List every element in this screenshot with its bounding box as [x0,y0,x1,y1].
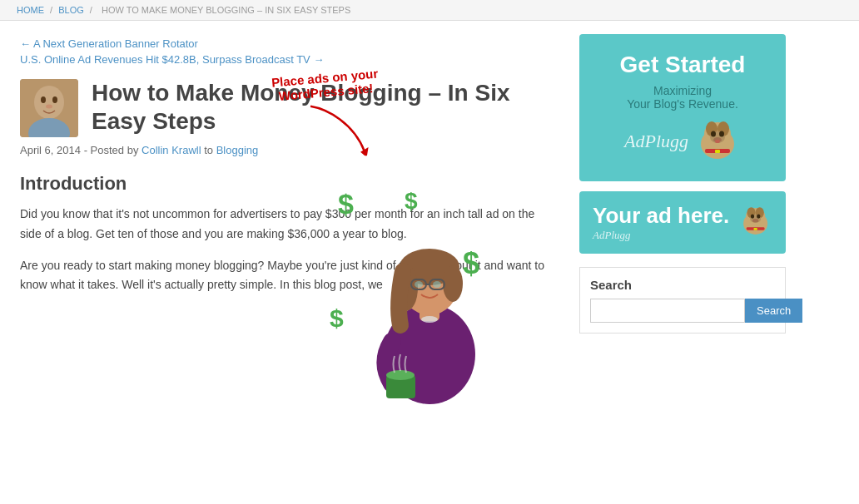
svg-point-38 [757,215,760,219]
svg-point-4 [41,96,46,103]
illustration-area: Did you know that it's not uncommon for … [20,205,546,307]
breadcrumb-bar: HOME / BLOG / HOW TO MAKE MONEY BLOGGING… [0,0,859,21]
search-section: Search Search [579,267,786,334]
prev-post-title: A Next Generation Banner Rotator [33,37,198,50]
ad-banner-2[interactable]: Your ad here. AdPlugg [579,191,786,254]
next-post-link[interactable]: U.S. Online Ad Revenues Hit $42.8B, Surp… [20,53,546,66]
breadcrumb-blog[interactable]: BLOG [58,5,84,15]
search-row: Search [590,299,775,323]
next-post-title: U.S. Online Ad Revenues Hit $42.8B, Surp… [20,53,310,66]
svg-point-6 [46,105,52,109]
ad-get-started-title: Get Started [620,51,746,79]
svg-rect-41 [753,228,757,230]
prev-arrow: ← [20,37,31,50]
breadcrumb-sep1: / [50,5,52,15]
svg-point-26 [711,131,716,136]
svg-point-5 [52,96,57,103]
post-body: Did you know that it's not uncommon for … [20,205,546,295]
author-link[interactable]: Collin Krawll [142,144,201,156]
text-content: Did you know that it's not uncommon for … [20,205,546,307]
dollar-5: $ [454,346,468,373]
intro-heading: Introduction [20,173,546,195]
svg-point-39 [752,219,758,222]
search-button[interactable]: Search [745,299,802,323]
search-input[interactable] [590,299,745,323]
content-area: ← A Next Generation Banner Rotator U.S. … [0,21,859,347]
nav-links: ← A Next Generation Banner Rotator U.S. … [20,37,546,66]
category-link[interactable]: Blogging [216,144,259,156]
ad-subtitle: Maximizing Your Blog's Revenue. [627,84,738,111]
ad-plugg-logo: AdPlugg [624,119,741,165]
your-ad-text: Your ad here. AdPlugg [593,203,729,242]
search-label: Search [590,278,775,292]
dollar-4: $ [330,304,344,333]
svg-point-27 [719,131,724,136]
breadcrumb-current: HOW TO MAKE MONEY BLOGGING – IN SIX EASY… [102,5,350,15]
breadcrumb-sep2: / [90,5,92,15]
page-wrapper: HOME / BLOG / HOW TO MAKE MONEY BLOGGING… [0,0,859,504]
para1: Did you know that it's not uncommon for … [20,205,546,245]
svg-rect-19 [386,375,415,398]
svg-point-2 [34,86,64,119]
next-arrow: → [313,53,324,66]
annotation-text: Place ads on your WordPress site! [250,64,407,165]
svg-point-20 [386,370,415,380]
svg-rect-31 [715,150,720,153]
author-avatar [20,79,78,137]
sidebar: Get Started Maximizing Your Blog's Reven… [566,21,799,347]
breadcrumb-home[interactable]: HOME [17,5,44,15]
post-date: April 6, 2014 [20,144,81,156]
svg-point-18 [421,316,438,323]
prev-post-link[interactable]: ← A Next Generation Banner Rotator [20,37,546,50]
main-content: ← A Next Generation Banner Rotator U.S. … [0,21,566,347]
svg-point-29 [715,140,720,143]
svg-point-37 [751,215,754,219]
para2: Are you ready to start making money blog… [20,256,546,296]
ad-banner-1[interactable]: Get Started Maximizing Your Blog's Reven… [579,34,786,181]
svg-point-7 [384,304,475,404]
